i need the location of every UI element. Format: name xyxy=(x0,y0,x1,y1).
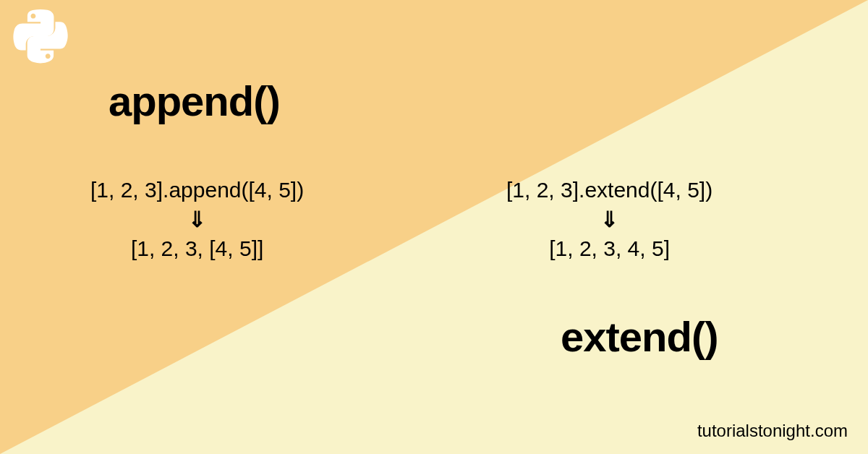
footer-attribution: tutorialstonight.com xyxy=(697,421,848,441)
extend-example-block: [1, 2, 3].extend([4, 5]) ⇓ [1, 2, 3, 4, … xyxy=(506,176,712,264)
down-arrow-icon: ⇓ xyxy=(90,205,304,235)
python-logo-icon xyxy=(13,9,68,64)
down-arrow-icon: ⇓ xyxy=(506,205,712,235)
append-example-block: [1, 2, 3].append([4, 5]) ⇓ [1, 2, 3, [4,… xyxy=(90,176,304,264)
append-result: [1, 2, 3, [4, 5]] xyxy=(90,234,304,264)
append-heading: append() xyxy=(109,77,280,125)
extend-heading: extend() xyxy=(561,312,718,361)
extend-code: [1, 2, 3].extend([4, 5]) xyxy=(506,176,712,205)
extend-result: [1, 2, 3, 4, 5] xyxy=(506,234,712,264)
append-code: [1, 2, 3].append([4, 5]) xyxy=(90,176,304,205)
